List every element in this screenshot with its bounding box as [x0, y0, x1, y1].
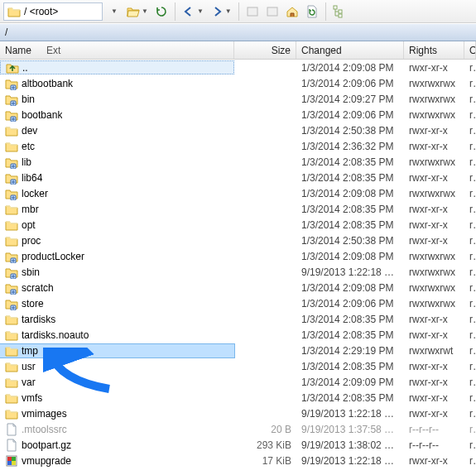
file-row[interactable]: usr1/3/2014 2:08:35 PMrwxr-xr-xroot: [0, 358, 476, 374]
address-combo[interactable]: / <root>: [3, 2, 103, 21]
dim-icon: [246, 5, 259, 18]
file-row[interactable]: sbin9/19/2013 1:22:18 …rwxrwxrwxroot: [0, 264, 476, 280]
file-row[interactable]: vmfs1/3/2014 2:08:35 PMrwxr-xr-xroot: [0, 390, 476, 405]
header-size[interactable]: Size: [234, 41, 296, 59]
folder-l-icon: [5, 266, 18, 279]
path-bar[interactable]: /: [0, 23, 476, 41]
folder-l-icon: [5, 108, 18, 122]
refresh-doc-button[interactable]: [303, 2, 321, 21]
folder-icon: [5, 140, 18, 153]
file-rights: rwxrwxrwx: [404, 282, 464, 294]
file-owner: root: [464, 235, 476, 247]
file-rights: rwxrwxrwx: [404, 188, 464, 199]
file-row[interactable]: vmupgrade17 KiB9/19/2013 1:22:18 …rwxr-x…: [0, 453, 476, 468]
header-rights[interactable]: Rights: [404, 41, 464, 59]
home-button[interactable]: [283, 2, 301, 21]
folder-icon: [5, 313, 18, 326]
caret-down-icon: ▼: [197, 7, 204, 15]
file-rights: rwxr-xr-x: [404, 172, 464, 184]
refresh-button[interactable]: [152, 2, 171, 21]
tree-button[interactable]: [330, 2, 349, 21]
file-row[interactable]: mbr1/3/2014 2:08:35 PMrwxr-xr-xroot: [0, 201, 476, 217]
file-name: tardisks: [22, 314, 55, 325]
file-changed: 9/19/2013 1:22:18 …: [296, 455, 404, 467]
file-changed: 1/3/2014 2:50:38 PM: [296, 125, 404, 137]
file-name: var: [22, 377, 36, 388]
file-row[interactable]: var1/3/2014 2:09:09 PMrwxr-xr-xroot: [0, 374, 476, 390]
file-changed: 1/3/2014 2:08:35 PM: [296, 204, 404, 215]
forward-icon: [210, 5, 224, 18]
folder-icon: [5, 344, 18, 357]
file-row[interactable]: lib1/3/2014 2:08:35 PMrwxrwxrwxroot: [0, 154, 476, 170]
file-changed: 1/3/2014 2:08:35 PM: [296, 392, 404, 404]
parent-dir-row[interactable]: ..1/3/2014 2:09:08 PMrwxr-xr-xroot: [0, 60, 476, 75]
file-row[interactable]: locker1/3/2014 2:09:08 PMrwxrwxrwxroot: [0, 185, 476, 201]
folder-icon: [5, 360, 18, 373]
file-row[interactable]: proc1/3/2014 2:50:38 PMrwxr-xr-xroot: [0, 233, 476, 248]
file-row[interactable]: bootpart.gz293 KiB9/19/2013 1:38:02 …r--…: [0, 437, 476, 453]
folder-icon: [5, 376, 18, 389]
folder-l-icon: [5, 156, 18, 169]
file-owner: root: [464, 78, 476, 89]
file-name: tmp: [22, 345, 38, 357]
file-row[interactable]: .mtoolssrc20 B9/19/2013 1:37:58 …r--r--r…: [0, 421, 476, 437]
folder-icon: [7, 5, 21, 18]
doc-refresh-icon: [305, 5, 319, 18]
file-row[interactable]: altbootbank1/3/2014 2:09:06 PMrwxrwxrwxr…: [0, 75, 476, 91]
file-changed: 1/3/2014 2:08:35 PM: [296, 172, 404, 184]
toolbar: / <root> ▼ ▼ ▼ ▼: [0, 0, 476, 23]
back-icon: [182, 5, 195, 18]
header-owner[interactable]: Owner: [464, 41, 476, 59]
file-row[interactable]: scratch1/3/2014 2:09:08 PMrwxrwxrwxroot: [0, 280, 476, 295]
file-changed: 1/3/2014 2:09:08 PM: [296, 62, 404, 74]
file-changed: 1/3/2014 2:08:35 PM: [296, 314, 404, 325]
open-folder-icon: [127, 5, 140, 18]
file-row[interactable]: lib641/3/2014 2:08:35 PMrwxr-xr-xroot: [0, 170, 476, 185]
file-owner: root: [464, 219, 476, 231]
file-icon: [5, 439, 18, 452]
file-name: dev: [22, 125, 37, 137]
file-row[interactable]: dev1/3/2014 2:50:38 PMrwxr-xr-xroot: [0, 122, 476, 138]
file-row[interactable]: vmimages9/19/2013 1:22:18 …rwxr-xr-xroot: [0, 405, 476, 421]
file-rights: rwxrwxrwx: [404, 109, 464, 121]
header-ext[interactable]: Ext: [46, 45, 60, 56]
file-changed: 1/3/2014 2:08:35 PM: [296, 156, 404, 168]
file-changed: 9/19/2013 1:37:58 …: [296, 424, 404, 435]
open-folder-button[interactable]: ▼: [124, 2, 151, 21]
file-name: locker: [22, 188, 48, 199]
tree-icon: [333, 5, 346, 18]
file-name: vmupgrade: [22, 455, 71, 467]
file-changed: 1/3/2014 2:09:08 PM: [296, 188, 404, 199]
file-row[interactable]: bin1/3/2014 2:09:27 PMrwxrwxrwxroot: [0, 91, 476, 107]
file-size: 20 B: [234, 424, 296, 435]
address-dropdown[interactable]: ▼: [104, 2, 123, 21]
file-row[interactable]: etc1/3/2014 2:36:32 PMrwxr-xr-xroot: [0, 138, 476, 154]
file-list[interactable]: ..1/3/2014 2:09:08 PMrwxr-xr-xrootaltboo…: [0, 60, 476, 468]
file-row[interactable]: store1/3/2014 2:09:06 PMrwxrwxrwxroot: [0, 295, 476, 311]
file-changed: 1/3/2014 2:09:08 PM: [296, 282, 404, 294]
exe-icon: [5, 454, 18, 468]
file-changed: 1/3/2014 2:29:19 PM: [296, 345, 404, 357]
header-changed[interactable]: Changed: [296, 41, 404, 59]
file-owner: root: [464, 62, 476, 74]
file-changed: 1/3/2014 2:50:38 PM: [296, 235, 404, 247]
forward-button[interactable]: ▼: [208, 2, 234, 21]
file-rights: rwxrwxrwt: [404, 345, 464, 357]
file-row[interactable]: bootbank1/3/2014 2:09:06 PMrwxrwxrwxroot: [0, 107, 476, 122]
file-name: vmimages: [22, 408, 67, 420]
file-rights: rwxrwxrwx: [404, 251, 464, 262]
back-button[interactable]: ▼: [180, 2, 206, 21]
file-name: ..: [22, 62, 28, 74]
folder-l-icon: [5, 297, 18, 310]
file-rights: rwxrwxrwx: [404, 266, 464, 278]
file-row[interactable]: opt1/3/2014 2:08:35 PMrwxr-xr-xroot: [0, 217, 476, 233]
separator: [325, 2, 326, 21]
header-name[interactable]: Name Ext: [0, 41, 234, 59]
file-row[interactable]: tardisks.noauto1/3/2014 2:08:35 PMrwxr-x…: [0, 327, 476, 343]
file-row[interactable]: tardisks1/3/2014 2:08:35 PMrwxr-xr-xroot: [0, 311, 476, 327]
file-row[interactable]: tmp1/3/2014 2:29:19 PMrwxrwxrwtroot: [0, 343, 476, 358]
file-rights: rwxr-xr-x: [404, 219, 464, 231]
separator: [238, 2, 239, 21]
file-row[interactable]: productLocker1/3/2014 2:09:08 PMrwxrwxrw…: [0, 248, 476, 264]
file-name: bootpart.gz: [22, 439, 71, 451]
